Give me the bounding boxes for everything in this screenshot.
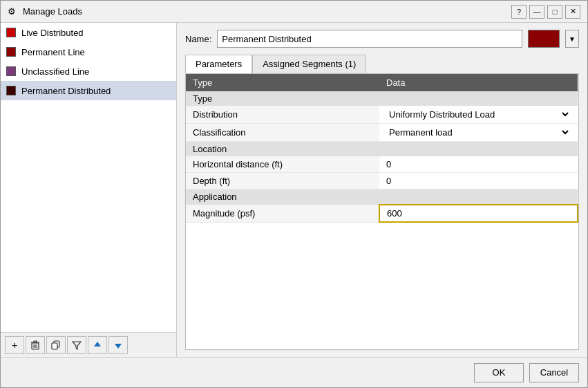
cell-label: Distribution [186, 106, 379, 124]
load-item-live-distributed[interactable]: Live Distributed [1, 23, 176, 42]
cell-data[interactable]: Uniformly Distributed Load [379, 106, 578, 124]
load-item-label: Unclassified Line [21, 66, 89, 77]
table-row: Magnitude (psf) 600 [186, 205, 578, 222]
load-item-label: Permanent Line [21, 47, 85, 57]
load-item-label: Permanent Distributed [21, 86, 111, 96]
col-data-header: Data [379, 74, 578, 91]
col-type-header: Type [186, 74, 379, 91]
svg-marker-10 [115, 344, 122, 349]
svg-rect-2 [34, 341, 37, 342]
cell-select[interactable]: Permanent load [386, 127, 571, 138]
section-row: Application [186, 190, 578, 205]
cancel-button[interactable]: Cancel [529, 363, 579, 382]
load-item-permanent-distributed[interactable]: Permanent Distributed [1, 81, 176, 100]
left-toolbar: + [1, 332, 176, 357]
load-item-permanent-line[interactable]: Permanent Line [1, 42, 176, 62]
minimize-button[interactable]: — [529, 5, 544, 19]
table-row: Horizontal distance (ft) 0 [186, 156, 578, 173]
cell-label: Magnitude (psf) [186, 205, 379, 222]
title-bar-controls: ? — □ ✕ [511, 5, 580, 19]
load-list: Live Distributed Permanent Line Unclassi… [1, 23, 176, 332]
cell-value: 0 [386, 159, 391, 169]
cell-data: 0 [379, 173, 578, 190]
load-color-swatch [6, 28, 16, 37]
ok-button[interactable]: OK [474, 363, 524, 382]
color-dropdown-button[interactable]: ▼ [565, 30, 579, 48]
load-color-swatch [6, 47, 16, 57]
up-arrow-icon [93, 340, 102, 350]
table-row: Distribution Uniformly Distributed Load [186, 106, 578, 124]
load-item-label: Live Distributed [21, 28, 84, 38]
section-row: Location [186, 142, 578, 157]
table-header-row: Type Data [186, 74, 578, 91]
title-bar-left: ⚙ Manage Loads [8, 6, 82, 17]
color-picker-button[interactable] [528, 30, 560, 48]
cell-data: 600 [379, 205, 578, 222]
cell-value: 600 [387, 208, 402, 219]
parameters-table: Type Data Type Distribution Uniformly Di… [185, 73, 579, 350]
title-bar: ⚙ Manage Loads ? — □ ✕ [1, 1, 587, 23]
left-panel: Live Distributed Permanent Line Unclassi… [1, 23, 177, 357]
down-arrow-icon [113, 340, 123, 350]
svg-marker-8 [73, 342, 81, 349]
load-color-swatch [6, 86, 16, 95]
trash-icon [30, 340, 40, 350]
manage-loads-dialog: ⚙ Manage Loads ? — □ ✕ Live Distributed … [0, 0, 588, 388]
svg-rect-7 [52, 343, 57, 349]
table-row: Depth (ft) 0 [186, 173, 578, 190]
help-button[interactable]: ? [511, 5, 527, 19]
params-table-element: Type Data Type Distribution Uniformly Di… [186, 74, 578, 223]
dialog-title: Manage Loads [23, 6, 82, 17]
tab-bar: Parameters Assigned Segments (1) [185, 55, 579, 73]
right-panel: Name: ▼ Parameters Assigned Segments (1) [177, 23, 587, 357]
dialog-icon: ⚙ [8, 6, 19, 17]
tab-parameters[interactable]: Parameters [185, 55, 252, 73]
cell-label: Classification [186, 124, 379, 142]
cell-data[interactable]: Permanent load [379, 124, 578, 142]
move-down-button[interactable] [108, 336, 128, 354]
move-up-button[interactable] [88, 336, 107, 354]
tab-assigned-segments[interactable]: Assigned Segments (1) [252, 55, 366, 73]
add-load-button[interactable]: + [5, 336, 24, 354]
maximize-button[interactable]: □ [547, 5, 562, 19]
filter-button[interactable] [67, 336, 86, 354]
name-label: Name: [185, 34, 211, 44]
bottom-bar: OK Cancel [1, 357, 587, 387]
table-row: Classification Permanent load [186, 124, 578, 142]
close-button[interactable]: ✕ [565, 5, 580, 19]
copy-load-button[interactable] [46, 336, 66, 354]
svg-marker-9 [94, 342, 101, 347]
name-input[interactable] [217, 30, 522, 48]
load-color-swatch [6, 66, 16, 76]
cell-label: Depth (ft) [186, 173, 379, 190]
filter-icon [72, 340, 82, 350]
cell-data: 0 [379, 156, 578, 173]
cell-select[interactable]: Uniformly Distributed Load [386, 109, 571, 120]
load-item-unclassified-line[interactable]: Unclassified Line [1, 62, 176, 81]
copy-icon [51, 340, 61, 350]
delete-load-button[interactable] [26, 336, 45, 354]
cell-label: Horizontal distance (ft) [186, 156, 379, 173]
name-row: Name: ▼ [185, 30, 579, 48]
dialog-body: Live Distributed Permanent Line Unclassi… [1, 23, 587, 357]
section-row: Type [186, 91, 578, 106]
cell-value: 0 [386, 176, 391, 186]
